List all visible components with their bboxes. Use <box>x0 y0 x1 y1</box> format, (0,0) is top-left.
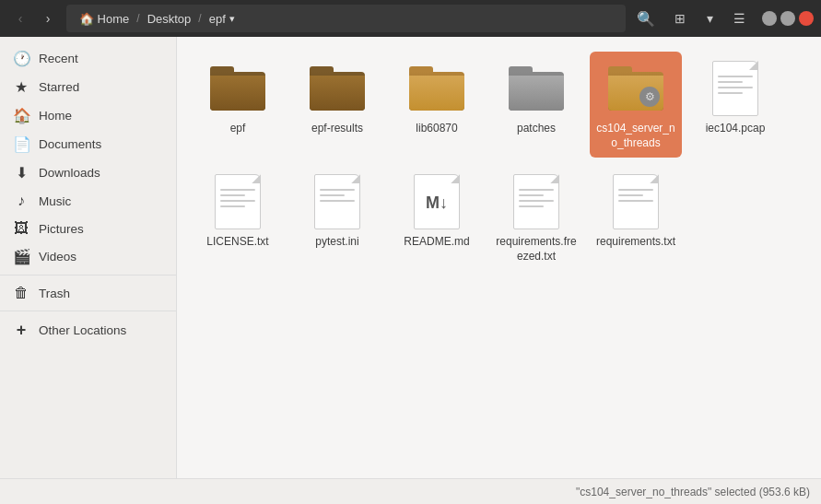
titlebar: ‹ › 🏠 🏠 Home Home / Desktop / epf ▾ 🔍 ⊞ … <box>0 0 821 37</box>
view-menu-button[interactable]: ☰ <box>725 6 753 31</box>
sidebar-item-other-locations[interactable]: + Other Locations <box>0 315 176 346</box>
breadcrumb-bar: 🏠 🏠 Home Home / Desktop / epf ▾ <box>66 5 626 32</box>
license-icon-wrap <box>208 172 267 231</box>
sidebar-separator-2 <box>0 311 176 311</box>
trash-label: Trash <box>39 287 70 300</box>
license-label: LICENSE.txt <box>206 235 268 250</box>
other-locations-icon: + <box>13 321 29 340</box>
starred-icon: ★ <box>13 78 29 96</box>
nav-buttons: ‹ › <box>7 6 61 31</box>
file-item-lib60870[interactable]: lib60870 <box>391 52 483 158</box>
reqs-txt-icon-wrap <box>606 172 665 231</box>
file-item-patches[interactable]: patches <box>490 52 582 158</box>
pictures-icon: 🖼 <box>13 220 29 237</box>
recent-icon: 🕐 <box>13 50 29 67</box>
pytest-icon-wrap <box>308 172 367 231</box>
file-area: epf epf-results <box>177 37 821 478</box>
file-item-reqs-txt[interactable]: requirements.txt <box>590 165 682 271</box>
folder-icon-patches <box>509 66 564 111</box>
breadcrumb-sep-1: / <box>135 12 141 25</box>
epf-results-label: epf-results <box>311 122 363 136</box>
sidebar-item-starred[interactable]: ★ Starred <box>0 73 176 101</box>
home-icon: 🏠 <box>79 12 94 26</box>
readme-label: README.md <box>404 235 469 250</box>
doc-icon-license <box>215 174 261 229</box>
search-button[interactable]: 🔍 <box>631 5 661 32</box>
home-sidebar-label: Home <box>39 109 72 123</box>
folder-icon-epf <box>210 66 265 111</box>
sidebar-item-documents[interactable]: 📄 Documents <box>0 130 176 158</box>
epf-results-icon-wrap <box>308 59 367 118</box>
folder-icon-epf-results <box>310 66 365 111</box>
doc-icon-iec104 <box>712 61 758 116</box>
current-folder-label: epf <box>209 12 226 26</box>
doc-icon-reqs-txt <box>613 174 659 229</box>
breadcrumb-sep-2: / <box>196 12 203 25</box>
sidebar-item-home[interactable]: 🏠 Home <box>0 101 176 130</box>
sidebar-item-music[interactable]: ♪ Music <box>0 187 176 215</box>
folder-icon-cs104: ⚙ <box>608 66 663 111</box>
documents-label: Documents <box>39 137 101 151</box>
cs104-label: cs104_server_no_threads <box>593 122 678 150</box>
pytest-label: pytest.ini <box>315 235 358 250</box>
reqs-freeze-label: requirements.freezed.txt <box>494 235 579 264</box>
documents-icon: 📄 <box>13 135 29 153</box>
starred-label: Starred <box>39 80 79 94</box>
file-item-iec104[interactable]: iec104.pcap <box>689 52 781 158</box>
doc-icon-reqs-freeze <box>513 174 559 229</box>
other-locations-label: Other Locations <box>39 323 126 337</box>
sidebar-item-videos[interactable]: 🎬 Videos <box>0 242 176 271</box>
breadcrumb-home[interactable]: 🏠 🏠 Home Home <box>74 10 135 28</box>
main-area: 🕐 Recent ★ Starred 🏠 Home 📄 Documents ⬇ … <box>0 37 821 478</box>
music-icon: ♪ <box>13 193 29 209</box>
md-symbol: M↓ <box>426 193 448 213</box>
sidebar-separator <box>0 275 176 275</box>
gear-icon: ⚙ <box>639 87 660 107</box>
window-controls: – □ ✕ <box>762 11 814 26</box>
sidebar-item-pictures[interactable]: 🖼 Pictures <box>0 215 176 242</box>
view-options-button[interactable]: ▾ <box>696 6 723 31</box>
doc-icon-readme: M↓ <box>414 174 460 229</box>
minimize-button[interactable]: – <box>762 11 777 26</box>
file-item-epf-results[interactable]: epf-results <box>291 52 383 158</box>
file-item-cs104[interactable]: ⚙ cs104_server_no_threads <box>590 52 682 158</box>
cs104-icon-wrap: ⚙ <box>606 59 665 118</box>
maximize-button[interactable]: □ <box>780 11 795 26</box>
breadcrumb-current[interactable]: epf ▾ <box>204 10 240 28</box>
back-button[interactable]: ‹ <box>7 6 33 31</box>
file-item-license[interactable]: LICENSE.txt <box>192 165 284 271</box>
forward-button[interactable]: › <box>35 6 61 31</box>
doc-icon-pytest <box>314 174 360 229</box>
folder-icon-lib60870 <box>409 66 464 111</box>
status-text: "cs104_server_no_threads" selected (953.… <box>576 486 810 498</box>
file-item-readme[interactable]: M↓ README.md <box>391 165 483 271</box>
file-grid: epf epf-results <box>192 52 806 271</box>
reqs-freeze-icon-wrap <box>507 172 566 231</box>
reqs-txt-label: requirements.txt <box>596 235 675 250</box>
downloads-icon: ⬇ <box>13 164 29 182</box>
sidebar-item-recent[interactable]: 🕐 Recent <box>0 44 176 73</box>
patches-icon-wrap <box>507 59 566 118</box>
view-list-button[interactable]: ⊞ <box>666 6 694 31</box>
epf-label: epf <box>230 122 246 136</box>
view-buttons: ⊞ ▾ ☰ <box>666 6 753 31</box>
pictures-label: Pictures <box>39 222 84 236</box>
lib60870-label: lib60870 <box>416 122 457 136</box>
trash-icon: 🗑 <box>13 285 29 301</box>
iec104-label: iec104.pcap <box>706 122 766 136</box>
readme-icon-wrap: M↓ <box>407 172 466 231</box>
breadcrumb-desktop[interactable]: Desktop <box>142 10 197 28</box>
file-item-reqs-freeze[interactable]: requirements.freezed.txt <box>490 165 582 271</box>
sidebar-item-trash[interactable]: 🗑 Trash <box>0 279 176 307</box>
downloads-label: Downloads <box>39 166 100 180</box>
videos-label: Videos <box>39 250 76 264</box>
iec104-icon-wrap <box>706 59 765 118</box>
dropdown-arrow-icon: ▾ <box>229 13 235 25</box>
statusbar: "cs104_server_no_threads" selected (953.… <box>0 478 821 504</box>
videos-icon: 🎬 <box>13 248 29 265</box>
file-item-pytest[interactable]: pytest.ini <box>291 165 383 271</box>
sidebar-item-downloads[interactable]: ⬇ Downloads <box>0 158 176 187</box>
file-item-epf[interactable]: epf <box>192 52 284 158</box>
epf-icon-wrap <box>208 59 267 118</box>
close-button[interactable]: ✕ <box>799 11 814 26</box>
